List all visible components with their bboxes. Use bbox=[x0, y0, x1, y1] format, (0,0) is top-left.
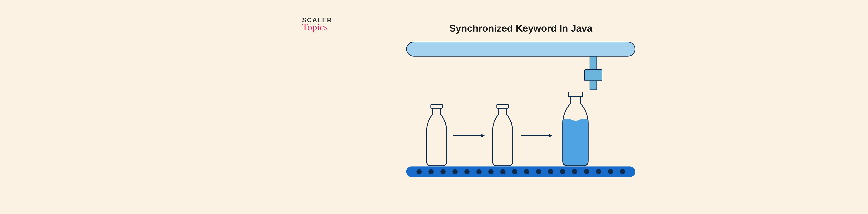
svg-rect-0 bbox=[431, 104, 442, 108]
svg-rect-1 bbox=[497, 104, 508, 108]
conveyor-roller bbox=[560, 169, 565, 174]
conveyor-roller bbox=[500, 169, 505, 174]
conveyor-belt bbox=[406, 167, 636, 177]
logo-text-sub: Topics bbox=[302, 22, 332, 33]
arrow-icon bbox=[521, 135, 552, 136]
conveyor-roller bbox=[584, 169, 589, 174]
conveyor-roller bbox=[488, 169, 494, 174]
conveyor-roller bbox=[524, 169, 529, 174]
conveyor-roller bbox=[572, 169, 577, 174]
arrow-icon bbox=[453, 135, 484, 136]
bottle-empty bbox=[490, 104, 516, 167]
dispenser-head bbox=[584, 69, 602, 81]
bottle-factory-illustration bbox=[406, 42, 636, 198]
scaler-topics-logo: SCALER Topics bbox=[302, 16, 332, 33]
conveyor-roller bbox=[620, 169, 625, 174]
diagram-canvas: SCALER Topics Synchronized Keyword In Ja… bbox=[260, 0, 781, 214]
conveyor-roller bbox=[536, 169, 541, 174]
bottle-empty bbox=[424, 104, 450, 167]
conveyor-roller bbox=[429, 169, 434, 174]
conveyor-roller bbox=[596, 169, 601, 174]
conveyor-roller bbox=[548, 169, 553, 174]
conveyor-roller bbox=[608, 169, 613, 174]
dispenser-column bbox=[590, 57, 597, 70]
conveyor-roller bbox=[416, 169, 422, 174]
conveyor-roller bbox=[464, 169, 470, 174]
conveyor-roller bbox=[512, 169, 517, 174]
overhead-bar bbox=[406, 42, 636, 57]
conveyor-roller bbox=[440, 169, 446, 174]
dispenser-nozzle bbox=[590, 81, 597, 90]
conveyor-roller bbox=[476, 169, 482, 174]
conveyor-roller bbox=[453, 169, 458, 174]
page-title: Synchronized Keyword In Java bbox=[449, 23, 592, 34]
bottle-filled bbox=[559, 92, 592, 167]
svg-rect-2 bbox=[568, 92, 583, 97]
